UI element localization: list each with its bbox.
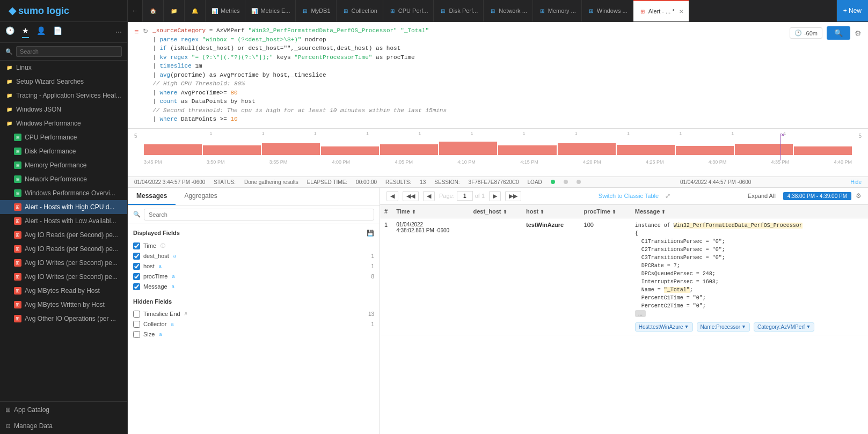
message-tags: Host:testWinAzure ▼ Name:Processor ▼ Cat… (635, 320, 864, 332)
sidebar-item-avg-io-reads2[interactable]: ⊞ Avg IO Reads (per Second) pe... (0, 242, 127, 256)
first-page-button[interactable]: ◀◀ (403, 191, 419, 201)
field-time-checkbox[interactable] (133, 242, 140, 249)
tag-name[interactable]: Name:Processor ▼ (697, 322, 750, 332)
expand-message-button[interactable]: ... (635, 310, 646, 317)
row-proctime-1: 100 (580, 218, 631, 335)
chart-bar-counts: 1 1 1 1 1 1 1 1 1 1 1 1 (160, 131, 836, 136)
tab-windows[interactable]: ⊞ Windows ... (582, 0, 633, 21)
table-settings-icon[interactable]: ⚙ (856, 192, 862, 200)
new-tab-button[interactable]: + New (836, 0, 868, 21)
col-proctime-sort[interactable]: ⬆ (612, 209, 616, 215)
sidebar-item-setup-wizard[interactable]: 📁 Setup Wizard Searches (0, 75, 127, 89)
sidebar-item-alert-low[interactable]: ⊞ Alert - Hosts with Low Availabl... (0, 214, 127, 228)
sidebar-manage-data[interactable]: ⊙ Manage Data (0, 418, 127, 434)
tab-network[interactable]: ⊞ Network ... (484, 0, 533, 21)
sidebar-item-linux[interactable]: 📁 Linux (0, 61, 127, 75)
time-label-10: 4:30 PM (709, 159, 727, 165)
sidebar-item-disk-perf[interactable]: ⊞ Disk Performance (0, 144, 127, 158)
tab-collection[interactable]: ⊞ Collection (337, 0, 383, 21)
tab-metrics-e[interactable]: 📊 Metrics E... (245, 0, 296, 21)
expand-icon[interactable]: ⤢ (665, 192, 670, 200)
page-input[interactable] (457, 191, 473, 201)
col-host[interactable]: host ⬆ (522, 205, 579, 218)
sidebar-search-input[interactable] (16, 46, 122, 57)
sidebar-item-tracing[interactable]: 📁 Tracing - Application Services Heal... (0, 89, 127, 102)
hide-button[interactable]: Hide (850, 179, 862, 185)
sidebar-item-ambw-label: Avg MBytes Written by Host (25, 301, 105, 308)
col-dest-host[interactable]: dest_host ⬆ (469, 205, 522, 218)
back-button[interactable]: ← (128, 0, 143, 21)
sidebar-item-windows-overview[interactable]: ⊞ Windows Performance Overvi... (0, 186, 127, 200)
col-message[interactable]: Message ⬆ (631, 205, 868, 218)
hidden-collector-link[interactable]: a (171, 321, 173, 327)
field-message-checkbox[interactable] (133, 283, 140, 290)
hidden-collector-checkbox[interactable] (133, 321, 140, 328)
col-proctime[interactable]: procTime ⬆ (580, 205, 631, 218)
sidebar-user-icon[interactable]: 👤 (37, 26, 46, 38)
sidebar-item-memory-perf[interactable]: ⊞ Memory Performance (0, 158, 127, 172)
search-button[interactable]: 🔍 (827, 26, 850, 40)
chart-bar (558, 143, 616, 155)
sidebar-item-avg-mb-write[interactable]: ⊞ Avg MBytes Written by Host (0, 298, 127, 312)
sidebar-item-avg-io-reads1[interactable]: ⊞ Avg IO Reads (per Second) pe... (0, 228, 127, 242)
col-dest-host-sort[interactable]: ⬆ (503, 209, 507, 215)
field-host-checkbox[interactable] (133, 263, 140, 270)
col-time[interactable]: Time ⬆ (392, 205, 469, 218)
sidebar-item-cpu-perf[interactable]: ⊞ CPU Performance (0, 130, 127, 144)
messages-tab[interactable]: Messages (128, 188, 176, 205)
sidebar-item-avg-other-io[interactable]: ⊞ Avg Other IO Operations (per ... (0, 312, 127, 326)
query-text[interactable]: _sourceCategory = AzVMPerf "Win32_PerfFo… (152, 26, 785, 124)
tab-files[interactable]: 📁 (164, 0, 185, 21)
prev-5-button[interactable]: ◀ (423, 191, 435, 201)
hidden-size-checkbox[interactable] (133, 331, 140, 338)
sidebar-app-catalog[interactable]: ⊞ App Catalog (0, 402, 127, 418)
hidden-size-link[interactable]: a (159, 332, 162, 337)
sidebar-files-icon[interactable]: 📄 (53, 26, 62, 38)
field-proctime-link[interactable]: a (172, 274, 174, 279)
last-page-button[interactable]: ▶▶ (505, 191, 521, 201)
tab-metrics[interactable]: 📊 Metrics (206, 0, 245, 21)
query-settings-icon[interactable]: ⚙ (855, 29, 862, 38)
results-label: RESULTS: (385, 179, 411, 185)
sidebar-clock-icon[interactable]: 🕐 (5, 26, 14, 38)
save-fields-icon[interactable]: 💾 (367, 230, 374, 237)
sidebar-item-alert-cpu-d[interactable]: ⊞ Alert - Hosts with High CPU d... (0, 200, 127, 214)
switch-classic-button[interactable]: Switch to Classic Table (599, 193, 659, 199)
prev-page-button[interactable]: ◀ (386, 191, 398, 201)
folder-icon: 📁 (5, 106, 13, 113)
aggregates-tab[interactable]: Aggregates (176, 188, 225, 205)
query-cmd1: parse regex (159, 36, 199, 43)
messages-search-input[interactable] (144, 209, 374, 220)
sidebar-item-avg-io-writes1[interactable]: ⊞ Avg IO Writes (per Second) pe... (0, 256, 127, 270)
hidden-timeslice-checkbox[interactable] (133, 311, 140, 318)
field-host-link[interactable]: a (159, 263, 162, 269)
sidebar-item-windows-json[interactable]: 📁 Windows JSON (0, 102, 127, 116)
field-dest-host-checkbox[interactable] (133, 253, 140, 260)
tab-mydb1[interactable]: ⊞ MyDB1 (296, 0, 336, 21)
tab-cpu-perf[interactable]: ⊞ CPU Perf... (383, 0, 434, 21)
tab-memory[interactable]: ⊞ Memory ... (533, 0, 582, 21)
field-proctime-checkbox[interactable] (133, 273, 140, 280)
sidebar-item-network-perf[interactable]: ⊞ Network Performance (0, 172, 127, 186)
field-dest-host-link[interactable]: a (173, 253, 176, 259)
tab-home[interactable]: 🏠 (143, 0, 164, 21)
tag-category[interactable]: Category:AzVMPerf ▼ (754, 322, 814, 332)
tab-alert-cpu[interactable]: ⊞ Alert - ... * ✕ (633, 0, 689, 21)
col-time-sort[interactable]: ⬆ (412, 209, 416, 215)
tab-close-icon[interactable]: ✕ (679, 9, 683, 14)
tag-host[interactable]: Host:testWinAzure ▼ (635, 322, 693, 332)
sidebar-item-avg-io-writes2[interactable]: ⊞ Avg IO Writes (per Second) pe... (0, 270, 127, 284)
col-message-sort[interactable]: ⬆ (661, 209, 666, 215)
col-host-sort[interactable]: ⬆ (540, 209, 544, 215)
next-5-button[interactable]: ▶ (489, 191, 501, 201)
bar-count: 1 (471, 131, 473, 136)
field-message-link[interactable]: a (172, 284, 174, 289)
sidebar-item-avg-mb-read[interactable]: ⊞ Avg MBytes Read by Host (0, 284, 127, 298)
tab-alerts[interactable]: 🔔 (185, 0, 206, 21)
sidebar-more-icon[interactable]: ⋯ (115, 28, 122, 36)
sidebar-bookmark-icon[interactable]: ★ (22, 26, 29, 38)
time-range-picker[interactable]: 🕐 -60m (790, 27, 822, 39)
sidebar-item-windows-perf[interactable]: 📁 Windows Performance (0, 116, 127, 130)
tab-disk-perf[interactable]: ⊞ Disk Perf... (434, 0, 484, 21)
field-time-info[interactable]: ⓘ (161, 242, 165, 249)
